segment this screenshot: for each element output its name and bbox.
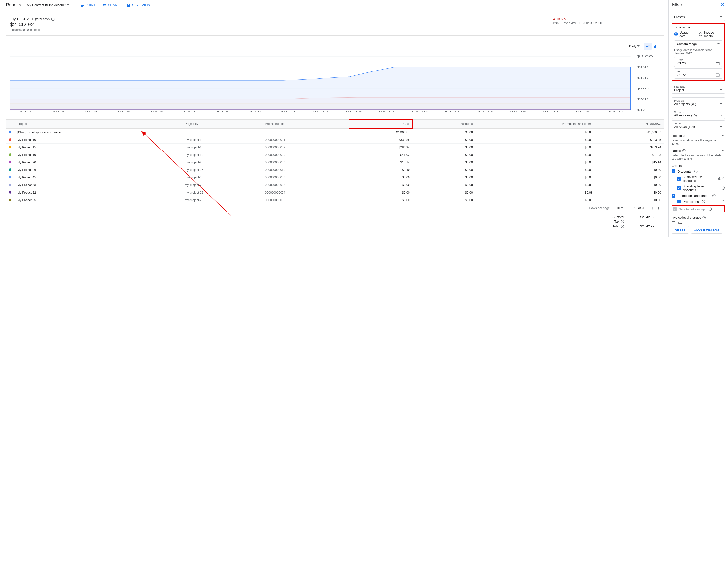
chevron-up-icon[interactable] xyxy=(722,176,725,180)
svg-text:Jul 19: Jul 19 xyxy=(410,110,428,112)
help-icon[interactable]: ? xyxy=(708,207,712,211)
cell-cost: $0.00 xyxy=(349,182,412,189)
table-row[interactable]: [Charges not specific to a project] — $1… xyxy=(6,129,664,136)
help-icon[interactable]: ? xyxy=(702,216,706,219)
presets-dropdown[interactable]: Presets xyxy=(672,13,725,21)
svg-text:Jul 2: Jul 2 xyxy=(18,110,32,112)
chevron-up-icon[interactable] xyxy=(721,199,725,202)
series-dot xyxy=(9,184,11,186)
usage-date-radio[interactable]: Usage date xyxy=(674,31,695,38)
table-row[interactable]: My Project 15 my-project-15 000000000002… xyxy=(6,144,664,151)
cell-subtotal: $0.00 xyxy=(595,196,664,204)
table-row[interactable]: My Project 25 my-project-25 000000000003… xyxy=(6,196,664,204)
svg-rect-45 xyxy=(716,62,720,63)
table-row[interactable]: My Project 20 my-project-20 000000000006… xyxy=(6,159,664,166)
invoice-month-radio[interactable]: Invoice month xyxy=(699,31,722,38)
labels-label[interactable]: Labels xyxy=(672,149,681,153)
cell-discounts: $0.00 xyxy=(413,166,476,174)
cell-promotions: $0.00 xyxy=(476,129,595,136)
svg-text:Jul 11: Jul 11 xyxy=(279,110,296,112)
close-icon[interactable] xyxy=(720,2,725,7)
rows-per-page-select[interactable]: 10 xyxy=(616,206,623,210)
help-icon[interactable]: ? xyxy=(682,149,686,153)
col-project-id[interactable]: Project ID xyxy=(182,120,262,129)
reset-button[interactable]: RESET xyxy=(672,226,689,233)
help-icon[interactable]: ? xyxy=(51,18,54,21)
help-icon[interactable]: ? xyxy=(694,170,698,173)
svg-text:?: ? xyxy=(695,170,697,173)
account-dropdown[interactable]: My Contract Billing Account xyxy=(27,3,69,7)
col-subtotal[interactable]: Subtotal xyxy=(595,120,664,129)
share-button[interactable]: SHARE xyxy=(103,3,120,7)
from-date-input[interactable]: From 7/1/20 xyxy=(674,57,722,67)
cell-discounts: $0.00 xyxy=(413,144,476,151)
save-view-button[interactable]: SAVE VIEW xyxy=(127,3,150,7)
print-button[interactable]: PRINT xyxy=(80,3,95,7)
promotions-others-checkbox[interactable]: ✓Promotions and others ? xyxy=(672,194,725,198)
cell-discounts: $0.00 xyxy=(413,151,476,159)
prev-page-button[interactable] xyxy=(651,206,653,210)
tax-checkbox[interactable]: Tax xyxy=(672,221,725,224)
help-icon[interactable]: ? xyxy=(621,220,624,223)
chevron-down-icon xyxy=(720,89,722,91)
filters-title: Filters xyxy=(672,2,683,7)
chevron-down-icon xyxy=(720,103,722,105)
locations-label[interactable]: Locations xyxy=(672,134,685,138)
summary-credits-note: includes $0.00 in credits xyxy=(10,28,54,32)
col-project[interactable]: Project xyxy=(15,120,182,129)
col-project-number[interactable]: Project number xyxy=(262,120,349,129)
sustained-checkbox[interactable]: ✓Sustained use discounts ? xyxy=(677,175,722,183)
skus-dropdown[interactable]: SKUs All SKUs (194) xyxy=(672,120,725,130)
cell-cost: $283.94 xyxy=(349,144,412,151)
table-row[interactable]: My Project 45 my-project-45 000000000008… xyxy=(6,174,664,182)
group-by-dropdown[interactable]: Group by Project xyxy=(672,84,725,93)
series-dot xyxy=(9,168,11,171)
help-icon[interactable]: ? xyxy=(722,187,725,190)
totals-tax: — xyxy=(635,220,654,223)
table-row[interactable]: My Project 73 my-project-73 000000000007… xyxy=(6,182,664,189)
projects-dropdown[interactable]: Projects All projects (40) xyxy=(672,98,725,107)
chevron-down-icon[interactable] xyxy=(721,149,725,153)
discounts-checkbox[interactable]: ✓Discounts ? xyxy=(672,169,725,173)
promotions-checkbox[interactable]: ✓Promotions ? xyxy=(677,200,705,203)
cell-project-number: 000000000003 xyxy=(262,196,349,204)
next-page-button[interactable] xyxy=(658,206,660,210)
col-promotions[interactable]: Promotions and others xyxy=(476,120,595,129)
cell-discounts: $0.00 xyxy=(413,189,476,196)
svg-text:?: ? xyxy=(723,187,724,189)
col-cost[interactable]: Cost xyxy=(349,120,412,129)
chevron-down-icon[interactable] xyxy=(721,134,725,138)
table-row[interactable]: My Project 19 my-project-19 000000000009… xyxy=(6,151,664,159)
svg-text:?: ? xyxy=(683,150,685,152)
table-row[interactable]: My Project 22 my-project-22 000000000004… xyxy=(6,189,664,196)
chevron-down-icon xyxy=(717,43,720,45)
cell-project: My Project 45 xyxy=(15,174,182,182)
cell-cost: $333.85 xyxy=(349,136,412,144)
chart-svg: $100 $80 $60 $40 $20 $0 xyxy=(10,52,660,112)
help-icon[interactable]: ? xyxy=(712,194,716,197)
svg-text:?: ? xyxy=(713,195,714,197)
table-row[interactable]: My Project 10 my-project-10 000000000001… xyxy=(6,136,664,144)
svg-text:Jul 21: Jul 21 xyxy=(443,110,461,112)
services-dropdown[interactable]: Services All services (16) xyxy=(672,109,725,119)
to-date-input[interactable]: To 7/31/20 xyxy=(674,68,722,79)
cell-cost: $0.00 xyxy=(349,196,412,204)
cell-promotions: $0.00 xyxy=(476,196,595,204)
help-icon[interactable]: ? xyxy=(702,200,705,203)
cell-cost: $0.40 xyxy=(349,166,412,174)
svg-text:Jul 15: Jul 15 xyxy=(344,110,362,112)
cell-discounts: $0.00 xyxy=(413,159,476,166)
cell-promotions: $0.00 xyxy=(476,151,595,159)
interval-dropdown[interactable]: Daily xyxy=(627,44,642,49)
spending-checkbox[interactable]: ✓Spending based discounts ? xyxy=(677,185,725,192)
table-row[interactable]: My Project 26 my-project-26 000000000010… xyxy=(6,166,664,174)
col-discounts[interactable]: Discounts xyxy=(413,120,476,129)
help-icon[interactable]: ? xyxy=(718,177,721,181)
invoice-charges-label: Invoice level charges xyxy=(672,216,701,219)
cell-subtotal: $1,368.57 xyxy=(595,129,664,136)
range-type-dropdown[interactable]: Custom range xyxy=(674,40,722,48)
line-chart-toggle[interactable] xyxy=(644,43,652,50)
close-filters-button[interactable]: CLOSE FILTERS xyxy=(691,226,722,233)
help-icon[interactable]: ? xyxy=(621,225,624,228)
bar-chart-toggle[interactable] xyxy=(652,43,660,50)
